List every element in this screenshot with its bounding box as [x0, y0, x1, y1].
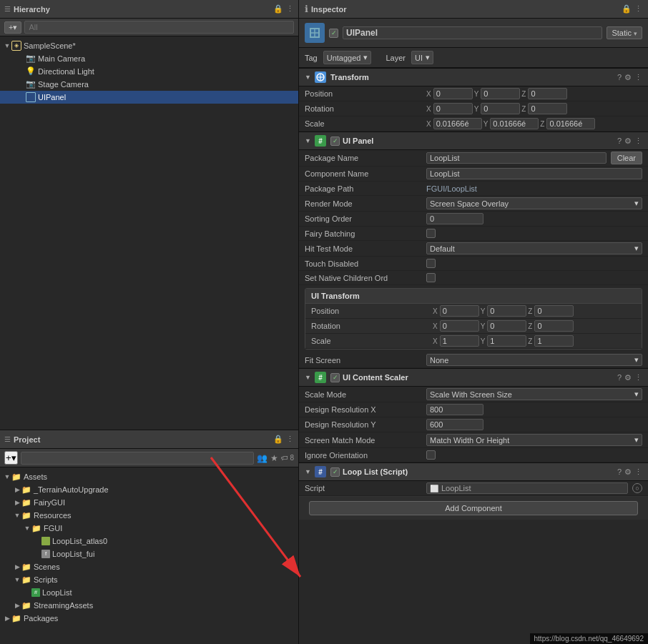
filter-icon[interactable]: 👥: [257, 453, 267, 463]
project-menu-icon[interactable]: ⋮: [286, 435, 294, 444]
tree-item-main-camera[interactable]: 📷 Main Camera: [0, 52, 298, 65]
project-item-scripts[interactable]: ▼ 📁 Scripts: [0, 573, 298, 586]
uipanel-section-header[interactable]: ▼ # ✓ UI Panel ? ⚙ ⋮: [299, 132, 648, 150]
project-item-packages[interactable]: ▶ 📁 Packages: [0, 612, 298, 625]
uipanel-settings-icon[interactable]: ⚙: [624, 137, 632, 146]
fairy-batching-value: [426, 229, 642, 238]
tree-item-uipanel[interactable]: UIPanel: [0, 91, 298, 104]
position-y-input[interactable]: [481, 88, 520, 99]
clear-button[interactable]: Clear: [611, 152, 642, 164]
inspector-title: Inspector: [311, 5, 622, 14]
looplist-menu-icon[interactable]: ⋮: [634, 467, 642, 477]
hierarchy-search-input[interactable]: [24, 21, 294, 34]
sorting-order-input[interactable]: [426, 213, 483, 224]
project-item-terrainautoupgrade[interactable]: ▶ 📁 _TerrainAutoUpgrade: [0, 483, 298, 496]
project-item-resources[interactable]: ▼ 📁 Resources: [0, 509, 298, 522]
fit-screen-select[interactable]: None ▾: [426, 354, 642, 366]
rotation-z-input[interactable]: [528, 103, 567, 114]
uit-rotation-y-input[interactable]: [487, 320, 526, 332]
object-active-checkbox[interactable]: ✓: [329, 29, 338, 38]
project-item-looplistfui[interactable]: f LoopList_fui: [0, 548, 298, 560]
uit-rotation-z-input[interactable]: [534, 320, 574, 332]
project-item-looplistscript[interactable]: # LoopList: [0, 586, 298, 599]
project-item-assets[interactable]: ▼ 📁 Assets: [0, 470, 298, 483]
uit-scale-x-input[interactable]: [440, 335, 479, 347]
expand-arrow-streamingassets: ▶: [13, 602, 21, 609]
menu-icon[interactable]: ⋮: [286, 4, 294, 14]
transform-help-icon[interactable]: ?: [617, 73, 622, 82]
script-select-button[interactable]: ○: [632, 483, 642, 493]
design-res-y-input[interactable]: [426, 419, 483, 430]
design-res-x-input[interactable]: [426, 404, 483, 415]
lock-icon[interactable]: 🔒: [273, 4, 283, 14]
looplist-settings-icon[interactable]: ⚙: [624, 467, 632, 477]
uics-menu-icon[interactable]: ⋮: [634, 373, 642, 382]
hit-test-select[interactable]: Default ▾: [426, 242, 642, 254]
uipanel-help-icon[interactable]: ?: [617, 137, 622, 146]
layer-dropdown[interactable]: UI ▾: [411, 51, 433, 64]
uics-help-icon[interactable]: ?: [617, 373, 622, 382]
uit-position-z-input[interactable]: [534, 305, 574, 317]
uit-scale-z-input[interactable]: [534, 335, 574, 347]
transform-settings-icon[interactable]: ⚙: [624, 73, 632, 82]
project-item-scenes[interactable]: ▶ 📁 Scenes: [0, 560, 298, 573]
component-name-input[interactable]: [426, 168, 642, 179]
static-dropdown-button[interactable]: Static ▾: [607, 26, 642, 39]
tag-dropdown[interactable]: Untagged ▾: [323, 51, 372, 64]
project-label-looplistfui: LoopList_fui: [52, 550, 94, 558]
looplist-section-header[interactable]: ▼ # ✓ Loop List (Script) ? ⚙ ⋮: [299, 462, 648, 481]
uics-active-checkbox[interactable]: ✓: [330, 373, 340, 382]
touch-disabled-checkbox[interactable]: [426, 259, 436, 268]
uipanel-section-icons: ? ⚙ ⋮: [617, 137, 642, 146]
uit-rotation-x-input[interactable]: [440, 320, 479, 332]
scale-x-input[interactable]: [433, 118, 482, 129]
tree-item-directional-light[interactable]: 💡 Directional Light: [0, 65, 298, 78]
render-mode-select[interactable]: Screen Space Overlay ▾: [426, 197, 642, 209]
project-lock-icon[interactable]: 🔒: [273, 435, 283, 444]
ui-content-scaler-section-header[interactable]: ▼ # ✓ UI Content Scaler ? ⚙ ⋮: [299, 368, 648, 387]
tree-item-stage-camera[interactable]: 📷 Stage Camera: [0, 78, 298, 91]
inspector-menu-icon[interactable]: ⋮: [634, 4, 642, 14]
ignore-orientation-checkbox[interactable]: [426, 450, 436, 460]
uics-settings-icon[interactable]: ⚙: [624, 373, 632, 382]
add-component-button[interactable]: Add Component: [309, 501, 638, 515]
tag-filter-icon[interactable]: 🏷 8: [281, 454, 294, 462]
project-item-streamingassets[interactable]: ▶ 📁 StreamingAssets: [0, 599, 298, 612]
transform-menu-icon[interactable]: ⋮: [634, 73, 642, 82]
expand-arrow-assets: ▼: [3, 473, 11, 480]
uipanel-active-checkbox[interactable]: ✓: [330, 137, 340, 146]
looplist-help-icon[interactable]: ?: [617, 467, 622, 477]
scale-y-input[interactable]: [490, 118, 539, 129]
uipanel-menu-icon[interactable]: ⋮: [634, 137, 642, 146]
project-add-button[interactable]: +▾: [4, 451, 18, 465]
package-name-input[interactable]: [426, 152, 607, 164]
inspector-lock-icon[interactable]: 🔒: [622, 4, 632, 14]
rotation-y-input[interactable]: [481, 103, 520, 114]
screen-match-select[interactable]: Match Width Or Height ▾: [426, 434, 642, 446]
position-z-input[interactable]: [528, 88, 567, 99]
project-item-fgui[interactable]: ▼ 📁 FGUI: [0, 522, 298, 535]
scale-mode-select[interactable]: Scale With Screen Size ▾: [426, 388, 642, 400]
project-item-looplatlas0[interactable]: LoopList_atlas0: [0, 535, 298, 548]
transform-section-header[interactable]: ▼ Transform ? ⚙ ⋮: [299, 68, 648, 86]
hit-test-label: Hit Test Mode: [305, 244, 426, 253]
set-native-checkbox[interactable]: [426, 273, 436, 282]
position-x-input[interactable]: [433, 88, 473, 99]
hierarchy-add-button[interactable]: +▾: [4, 21, 21, 34]
favorite-icon[interactable]: ★: [270, 453, 278, 463]
project-drag-handle-icon: ☰: [4, 435, 11, 443]
project-search-input[interactable]: [21, 452, 254, 465]
file-icon-looplistfui: f: [41, 550, 50, 558]
uit-position-y-input[interactable]: [487, 305, 526, 317]
tree-item-samplescene[interactable]: ▼ ◈ SampleScene*: [0, 39, 298, 52]
project-item-fairygui[interactable]: ▶ 📁 FairyGUI: [0, 496, 298, 509]
uit-scale-y-input[interactable]: [487, 335, 526, 347]
looplist-active-checkbox[interactable]: ✓: [330, 467, 340, 477]
fairy-batching-checkbox[interactable]: [426, 229, 436, 238]
uit-position-x-input[interactable]: [440, 305, 479, 317]
uics-expand-icon: ▼: [305, 374, 312, 381]
scale-z-input[interactable]: [546, 118, 595, 129]
render-mode-value: Screen Space Overlay: [430, 199, 509, 208]
object-name-input[interactable]: [343, 26, 602, 39]
rotation-x-input[interactable]: [433, 103, 473, 114]
